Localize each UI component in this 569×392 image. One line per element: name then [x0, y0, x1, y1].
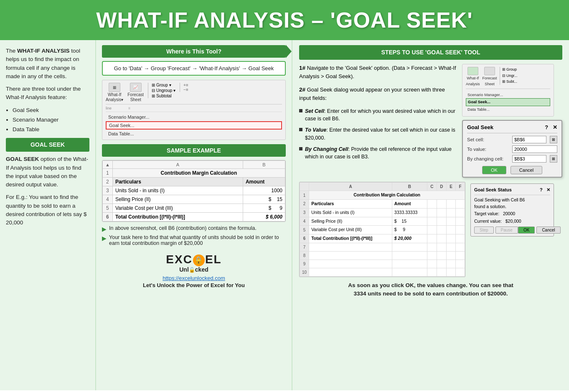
set-cell-input[interactable] — [512, 136, 546, 143]
small-spreadsheet: A B C D E F 1 Contribution Margi — [299, 182, 465, 277]
main-content: The WHAT-IF ANALYSIS tool helps us to fi… — [0, 40, 569, 390]
middle-column: Where is This Tool? Go to 'Data' → Group… — [96, 40, 292, 390]
gs-target-row: Target value: 20000 — [474, 211, 550, 217]
table-row: 6 Total Contribution [(I*II)-(I*III)] $ … — [103, 213, 285, 221]
three-tools-text: There are three tool under the What-If A… — [6, 85, 89, 102]
group-label[interactable]: ⊞ Group ▾ — [152, 83, 175, 87]
step1-visuals: What-If Analysis Forecast Sheet ⊞ Group … — [462, 64, 562, 178]
gs-current-row: Current value: $20,000 — [474, 218, 550, 225]
table-row: 3 Units Sold - in units (I) 1000 — [103, 186, 285, 195]
bullet-sq-icon — [299, 109, 302, 112]
step-button[interactable]: Step — [474, 227, 494, 234]
forecast-btn-step1[interactable]: Forecast Sheet — [483, 67, 497, 87]
to-value-row: To value: — [467, 145, 557, 153]
nav-instruction: Go to 'Data' → Group 'Forecast' → 'What-… — [102, 61, 286, 76]
excel-logo-section: EXC🔒EL Unl🔓cked https://excelunlocked.co… — [102, 249, 286, 292]
table-row: 5 Variable Cost per Unit (III) $ 9 — [300, 226, 465, 234]
table-row: 2 Particulars Amount — [103, 178, 285, 186]
forecast-icon-step1 — [484, 67, 495, 75]
bullet-arrow-icon-2: ▶ — [102, 235, 107, 242]
by-changing-browse[interactable]: ⊠ — [550, 155, 557, 163]
what-if-analysis-btn[interactable]: ▦ What-If Analysis▾ — [106, 83, 123, 102]
table-row: 2 Particulars Amount — [300, 200, 465, 209]
where-is-tool-header: Where is This Tool? — [102, 45, 286, 58]
tool-goal-seek: Goal Seek — [13, 106, 89, 115]
data-table-menu-item[interactable]: Data Table... — [106, 130, 282, 137]
table-row: 10 — [300, 268, 465, 276]
scenario-manager-menu-item[interactable]: Scenario Manager... — [106, 114, 282, 120]
goal-seek-menu-item[interactable]: Goal Seek... — [106, 121, 282, 130]
lock-icon: 🔓 — [189, 267, 195, 273]
forecast-icon: 📈 — [130, 83, 142, 92]
step2-block: 2# Goal Seek dialog would appear on your… — [299, 86, 456, 102]
bullet-sq-icon-2 — [299, 128, 302, 131]
gs-status-area: Goal Seek Status ? ✕ Goal Seeking with C… — [470, 182, 562, 277]
step1-block: 1# Navigate to the 'Goal Seek' option. (… — [299, 64, 456, 81]
pause-button[interactable]: Pause — [495, 227, 518, 234]
forecast-sheet-btn[interactable]: 📈 Forecast Sheet — [127, 83, 144, 102]
set-cell-bullet: Set Cell: Enter cell for which you want … — [299, 107, 456, 123]
right-column: STEPS TO USE 'GOAL SEEK' TOOL 1# Navigat… — [292, 40, 569, 390]
what-if-icon-step1 — [467, 67, 478, 75]
goal-seek-desc1: GOAL SEEK option of the What-If Analysis… — [6, 155, 89, 189]
table-row: 9 — [300, 260, 465, 268]
dialog-title: Goal Seek ? ✕ — [467, 123, 557, 134]
tools-list: Goal Seek Scenario Manager Data Table — [13, 106, 89, 134]
gs-ok-button[interactable]: OK — [518, 227, 535, 234]
goal-seek-dialog: Goal Seek ? ✕ Set cell: ⊠ To value: By c… — [462, 120, 562, 178]
to-value-input[interactable] — [512, 145, 557, 153]
bullet-section: ▶ In above screenshot, cell B6 (contribu… — [102, 225, 286, 246]
goal-seek-item-step1[interactable]: Goal Seek... — [466, 98, 550, 106]
excel-logo-text: EXC🔒EL — [102, 253, 286, 266]
step1-area: 1# Navigate to the 'Goal Seek' option. (… — [299, 64, 562, 178]
step1-description: Navigate to the 'Goal Seek' option. (Dat… — [299, 65, 456, 79]
lower-section: A B C D E F 1 Contribution Margi — [299, 182, 562, 277]
set-cell-label: Set cell: — [467, 136, 509, 143]
bullet-item-1: ▶ In above screenshot, cell B6 (contribu… — [102, 225, 286, 232]
table-row: 1 Contribution Margin Calculation — [300, 191, 465, 200]
data-table-item-step1[interactable]: Data Table... — [466, 106, 550, 113]
scenario-manager-item-step1[interactable]: Scenario Manager... — [466, 92, 550, 98]
what-if-btn-step1[interactable]: What-If Analysis — [466, 67, 480, 87]
table-row: 6 Total Contribution [(I*II)-(I*III)] $ … — [300, 234, 465, 243]
intro-text: The WHAT-IF ANALYSIS tool helps us to fi… — [6, 47, 89, 81]
subtotal-label[interactable]: ⊞ Subtotal — [152, 94, 175, 98]
tool-data-table: Data Table — [13, 125, 89, 134]
ribbon-dropdown-menu: line ⌗ Scenario Manager... Goal Seek... … — [106, 106, 282, 137]
ribbon-simulation: ▦ What-If Analysis▾ 📈 Forecast Sheet ⊞ G… — [102, 80, 286, 140]
sample-example-header: SAMPLE EXAMPLE — [102, 144, 286, 157]
by-changing-label: By changing cell: — [467, 155, 509, 163]
gs-status-title: Goal Seek Status ? ✕ — [474, 186, 550, 195]
sample-table: ▲ A B 1 Contribution Margin Calculation … — [102, 160, 285, 221]
by-changing-input[interactable] — [512, 155, 546, 163]
tool-scenario-manager: Scenario Manager — [13, 116, 89, 124]
by-changing-bullet: By Changing Cell: Provide the cell refer… — [299, 145, 456, 161]
bullet-sq-icon-3 — [299, 147, 302, 150]
page-title: WHAT-IF ANALYSIS – 'GOAL SEEK' — [13, 8, 556, 33]
table-row: 8 — [300, 251, 465, 260]
set-cell-browse[interactable]: ⊠ — [550, 136, 557, 143]
set-cell-row: Set cell: ⊠ — [467, 136, 557, 143]
ungroup-label[interactable]: ⊟ Ungroup ▾ — [152, 88, 175, 93]
goal-seek-desc2: For E.g.: You want to find the quantity … — [6, 193, 89, 227]
step1-num: 1# — [299, 65, 305, 71]
bullet-arrow-icon: ▶ — [102, 226, 107, 232]
small-spreadsheet-area: A B C D E F 1 Contribution Margi — [299, 182, 465, 277]
goal-seek-status-dialog: Goal Seek Status ? ✕ Goal Seeking with C… — [470, 183, 554, 237]
dialog-cancel-button[interactable]: Cancel — [511, 166, 542, 174]
table-row: 5 Variable Cost per Unit (III) $ 9 — [103, 204, 285, 213]
left-column: The WHAT-IF ANALYSIS tool helps us to fi… — [0, 40, 96, 390]
table-row: 1 Contribution Margin Calculation — [103, 169, 285, 178]
gs-cancel-button[interactable]: Cancel — [536, 227, 560, 234]
to-value-bullet: To Value: Enter the desired value for se… — [299, 126, 456, 142]
table-row: 4 Selling Price (II) $ 15 — [300, 217, 465, 226]
step2-num: 2# — [299, 87, 305, 93]
excel-logo-link[interactable]: https://excelunlocked.com — [102, 275, 286, 281]
gs-status-subtitle: Goal Seeking with Cell B6found a solutio… — [474, 197, 550, 210]
ribbon-step1: What-If Analysis Forecast Sheet ⊞ Group … — [462, 64, 554, 117]
orange-circle-icon: 🔒 — [193, 255, 205, 266]
dialog-ok-button[interactable]: OK — [482, 166, 506, 174]
page-header: WHAT-IF ANALYSIS – 'GOAL SEEK' — [0, 0, 569, 40]
table-row: 3 Units Sold - in units (I) 3333.33333 — [300, 208, 465, 217]
step2-bullets: Set Cell: Enter cell for which you want … — [299, 107, 456, 161]
